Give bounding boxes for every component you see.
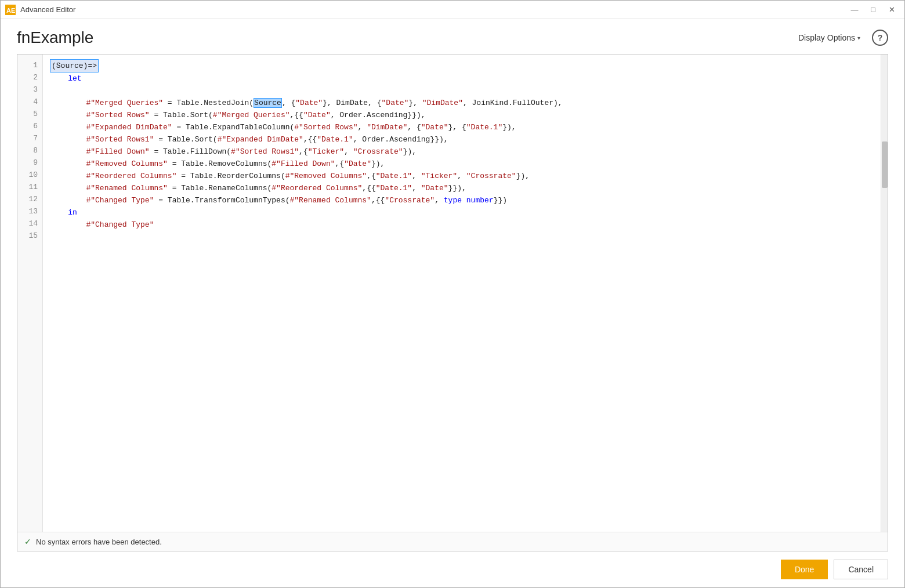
status-bar: ✓ No syntax errors have been detected. [17, 532, 888, 551]
line-num-6: 6 [17, 120, 42, 132]
string-changed-type: #"Changed Type" [86, 196, 154, 205]
line-num-3: 3 [17, 84, 42, 96]
code-area: 1 2 3 4 5 6 7 8 9 10 11 12 13 14 15 (Sou… [17, 55, 888, 532]
line-num-5: 5 [17, 108, 42, 120]
string-merged-queries: #"Merged Queries" [86, 99, 163, 107]
check-icon: ✓ [24, 537, 31, 546]
display-options-label: Display Options [798, 33, 855, 42]
header-right: Display Options ▾ ? [794, 30, 888, 46]
vertical-scrollbar[interactable] [881, 55, 888, 532]
app-icon: AE [5, 5, 16, 15]
line-num-4: 4 [17, 96, 42, 108]
string-result: #"Changed Type" [86, 220, 154, 229]
cancel-button[interactable]: Cancel [834, 560, 888, 579]
line-numbers: 1 2 3 4 5 6 7 8 9 10 11 12 13 14 15 [17, 55, 43, 532]
advanced-editor-window: AE Advanced Editor — □ ✕ fnExample Displ… [0, 0, 905, 588]
string-sorted-rows1: #"Sorted Rows1" [86, 135, 154, 144]
source-param: Source [254, 98, 282, 108]
code-editor[interactable]: (Source)=> let #"Merged Queries" = Table… [43, 55, 881, 532]
line-num-7: 7 [17, 132, 42, 144]
string-filled-down: #"Filled Down" [86, 147, 149, 156]
line-num-8: 8 [17, 144, 42, 157]
help-button[interactable]: ? [872, 30, 888, 46]
line-num-11: 11 [17, 181, 42, 193]
title-bar: AE Advanced Editor — □ ✕ [1, 1, 904, 19]
header: fnExample Display Options ▾ ? [1, 19, 904, 54]
string-expanded-dimdate: #"Expanded DimDate" [86, 123, 172, 132]
keyword-in: in [68, 208, 77, 217]
display-options-button[interactable]: Display Options ▾ [794, 31, 865, 45]
page-title: fnExample [17, 28, 93, 47]
status-message: No syntax errors have been detected. [36, 538, 162, 546]
title-bar-left: AE Advanced Editor [5, 5, 75, 15]
line-num-14: 14 [17, 217, 42, 230]
line-num-12: 12 [17, 193, 42, 205]
source-highlight: (Source)=> [50, 59, 99, 72]
string-renamed-columns: #"Renamed Columns" [86, 184, 167, 193]
minimize-button[interactable]: — [846, 3, 863, 16]
editor-container: 1 2 3 4 5 6 7 8 9 10 11 12 13 14 15 (Sou… [17, 54, 888, 551]
title-bar-controls: — □ ✕ [846, 3, 900, 16]
line-num-10: 10 [17, 169, 42, 181]
maximize-button[interactable]: □ [865, 3, 881, 16]
scrollbar-thumb[interactable] [882, 141, 888, 188]
footer: Done Cancel [1, 551, 904, 587]
string-reordered-columns: #"Reordered Columns" [86, 172, 176, 180]
window-title: Advanced Editor [20, 5, 75, 14]
line-num-9: 9 [17, 157, 42, 169]
chevron-down-icon: ▾ [857, 35, 860, 41]
string-sorted-rows: #"Sorted Rows" [86, 111, 149, 119]
line-num-1: 1 [17, 59, 42, 71]
done-button[interactable]: Done [781, 560, 828, 579]
keyword-let: let [68, 74, 81, 83]
line-num-13: 13 [17, 205, 42, 217]
line-num-15: 15 [17, 230, 42, 242]
string-removed-columns: #"Removed Columns" [86, 159, 167, 168]
line-num-2: 2 [17, 71, 42, 84]
close-button[interactable]: ✕ [884, 3, 900, 16]
svg-text:AE: AE [6, 7, 15, 14]
